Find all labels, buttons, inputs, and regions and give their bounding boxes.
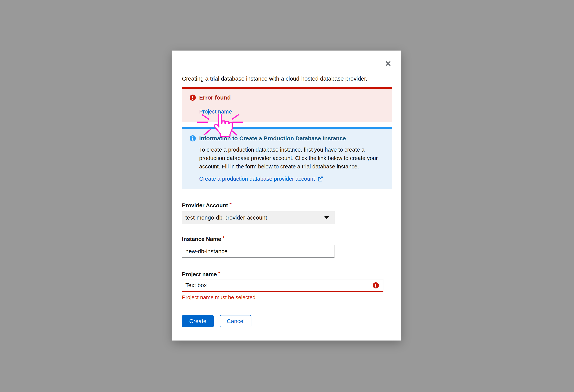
create-database-instance-modal: Creating a trial database instance with …: [172, 51, 401, 341]
info-alert: Information to Create a Production Datab…: [182, 127, 392, 189]
error-alert-title: Error found: [199, 94, 231, 101]
project-name-field: [182, 279, 383, 292]
project-name-error-message: Project name must be selected: [182, 294, 392, 301]
info-body-line: account. Fill in the form below to creat…: [199, 162, 384, 171]
project-name-input[interactable]: [182, 279, 383, 292]
info-circle-icon: [190, 135, 196, 142]
modal-actions: Create Cancel: [182, 315, 401, 327]
error-alert-header: Error found: [190, 94, 384, 101]
required-asterisk: *: [230, 202, 231, 207]
external-link-icon: [318, 176, 323, 182]
project-name-label: Project name*: [182, 271, 392, 278]
close-icon: [385, 61, 391, 67]
project-name-label-text: Project name: [182, 271, 217, 277]
instance-name-label-text: Instance Name: [182, 236, 221, 242]
instance-name-label: Instance Name*: [182, 236, 392, 242]
cancel-button[interactable]: Cancel: [220, 315, 251, 327]
info-alert-description: To create a production database instance…: [199, 145, 384, 182]
provider-account-label-text: Provider Account: [182, 202, 228, 208]
close-button[interactable]: [384, 59, 393, 68]
field-error-exclamation-icon: [373, 282, 379, 289]
info-alert-title: Information to Create a Production Datab…: [199, 135, 346, 142]
info-alert-body: To create a production database instance…: [199, 145, 384, 171]
chevron-down-icon: [324, 216, 329, 219]
provider-account-link-row: Create a production database provider ac…: [199, 176, 384, 182]
create-provider-account-link[interactable]: Create a production database provider ac…: [199, 176, 315, 182]
modal-description: Creating a trial database instance with …: [182, 75, 392, 82]
info-alert-header: Information to Create a Production Datab…: [190, 135, 384, 142]
required-asterisk: *: [218, 270, 220, 276]
provider-account-label: Provider Account*: [182, 202, 392, 209]
project-name-error-link[interactable]: Project name: [199, 108, 232, 115]
provider-account-select[interactable]: test-mongo-db-provider-account: [182, 211, 335, 224]
create-button[interactable]: Create: [182, 315, 214, 327]
error-alert: Error found Project name: [182, 87, 392, 122]
info-body-line: To create a production database instance…: [199, 145, 384, 154]
required-asterisk: *: [223, 235, 225, 241]
instance-name-input[interactable]: [182, 245, 335, 258]
provider-account-select-value: test-mongo-db-provider-account: [185, 214, 267, 221]
exclamation-circle-icon: [190, 95, 196, 101]
error-alert-description: Project name: [199, 108, 384, 115]
info-body-line: production database provider account. Cl…: [199, 154, 384, 162]
